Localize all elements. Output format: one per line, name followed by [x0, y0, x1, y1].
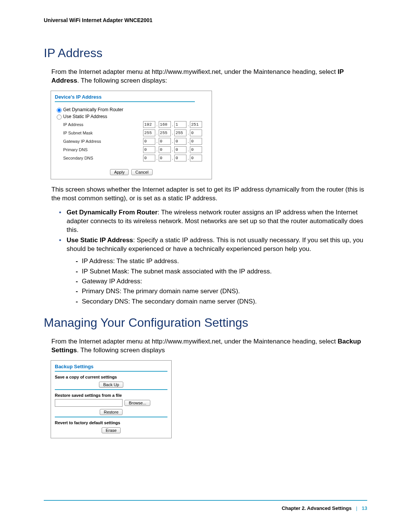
ip-row: Gateway IP Address0.0.0.0 [63, 138, 208, 145]
dot: . [186, 156, 190, 160]
ip-intro-a: From the Internet adapter menu at http:/… [51, 68, 338, 75]
footer-sep: | [353, 505, 360, 511]
restore-label: Restore saved settings from a file [55, 393, 167, 398]
save-label: Save a copy of current settings [55, 375, 167, 379]
backup-button[interactable]: Back Up [99, 382, 123, 388]
dot: . [171, 131, 174, 135]
dot: . [171, 156, 174, 160]
bk-intro-a: From the Internet adapter menu at http:/… [51, 338, 338, 345]
ip-row-label: Secondary DNS [63, 156, 143, 160]
ip-row-label: Gateway IP Address [63, 139, 143, 144]
ip-intro: From the Internet adapter menu at http:/… [51, 68, 367, 85]
apply-button[interactable]: Apply [110, 169, 129, 175]
heading-ip-address: IP Address [44, 46, 367, 60]
bullet-list: Get Dynamically From Router: The wireles… [44, 208, 367, 307]
bullet-dynamic-lead: Get Dynamically From Router [67, 209, 158, 216]
bullet-static: Use Static IP Address: Specify a static … [59, 236, 367, 307]
footer-chapter: Chapter 2. Advanced Settings [282, 505, 352, 511]
ip-octet[interactable]: 0 [143, 146, 155, 153]
ip-octet[interactable]: 255 [159, 129, 171, 136]
dash-list: IP Address: The static IP address.IP Sub… [67, 256, 367, 307]
revert-label: Revert to factory default settings [55, 420, 167, 425]
ip-octet[interactable]: 255 [143, 129, 155, 136]
ip-octet[interactable]: 0 [190, 129, 202, 136]
ip-octet[interactable]: 1 [174, 121, 186, 128]
ip-octet[interactable]: 168 [159, 121, 171, 128]
dot: . [186, 122, 190, 127]
ip-row: IP Address192.168.1.251 [63, 121, 208, 128]
ip-octet[interactable]: 0 [143, 138, 155, 145]
running-header: Universal WiFi Internet Adapter WNCE2001 [44, 17, 367, 23]
ip-octet[interactable]: 0 [174, 155, 186, 161]
backup-title: Backup Settings [55, 364, 167, 369]
ip-octet[interactable]: 255 [174, 129, 186, 136]
ip-octet[interactable]: 0 [190, 155, 202, 161]
dot: . [171, 139, 174, 144]
backup-panel: Backup Settings Save a copy of current s… [51, 360, 172, 438]
footer-rule [44, 500, 367, 501]
dot: . [155, 139, 159, 144]
dot: . [186, 139, 190, 144]
restore-file-input[interactable] [55, 399, 123, 407]
ip-octet[interactable]: 0 [159, 138, 171, 145]
ip-octet[interactable]: 0 [174, 138, 186, 145]
ip-row-label: IP Subnet Mask [63, 131, 143, 135]
panel-divider [55, 101, 195, 102]
bullet-dynamic: Get Dynamically From Router: The wireles… [59, 208, 367, 235]
restore-button[interactable]: Restore [100, 409, 123, 415]
dash-item: Secondary DNS: The secondary domain name… [76, 297, 367, 307]
ip-intro-c: . The following screen displays: [77, 77, 167, 84]
dot: . [171, 122, 174, 127]
radio-static-input[interactable] [57, 115, 62, 120]
device-ip-panel: Device's IP Address Get Dynamically From… [51, 91, 212, 179]
ip-row-label: Primary DNS [63, 147, 143, 152]
device-ip-title: Device's IP Address [55, 94, 208, 100]
dash-item: IP Subnet Mask: The subnet mask associat… [76, 267, 367, 276]
dot: . [155, 131, 159, 135]
dash-item: Primary DNS: The primary domain name ser… [76, 286, 367, 296]
ip-octet[interactable]: 0 [143, 155, 155, 161]
backup-divider-1 [55, 389, 167, 390]
backup-divider-2 [55, 417, 167, 417]
cancel-button[interactable]: Cancel [131, 169, 153, 175]
dot: . [155, 122, 159, 127]
dash-item: Gateway IP Address: [76, 276, 367, 286]
dot: . [171, 147, 174, 152]
backup-divider-top [55, 371, 167, 372]
bullet-static-lead: Use Static IP Address [67, 236, 133, 244]
ip-octet[interactable]: 0 [190, 146, 202, 153]
ip-octet[interactable]: 0 [159, 155, 171, 161]
browse-button[interactable]: Browse... [124, 400, 150, 406]
ip-octet[interactable]: 251 [190, 121, 202, 128]
bk-intro-c: . The following screen displays [77, 347, 165, 354]
radio-dynamic-label: Get Dynamically From Router [63, 107, 123, 112]
bk-intro: From the Internet adapter menu at http:/… [51, 337, 367, 355]
radio-static-label: Use Static IP Address [63, 114, 107, 119]
after-panel-text: This screen shows whether the Internet a… [51, 185, 367, 203]
dot: . [186, 131, 190, 135]
ip-row: Primary DNS0.0.0.0 [63, 146, 208, 153]
ip-octet[interactable]: 0 [190, 138, 202, 145]
heading-managing: Managing Your Configuration Settings [44, 316, 367, 330]
ip-octet[interactable]: 0 [159, 146, 171, 153]
ip-row: Secondary DNS0.0.0.0 [63, 155, 208, 161]
dot: . [155, 156, 159, 160]
ip-fields: IP Address192.168.1.251IP Subnet Mask255… [55, 121, 208, 161]
footer-page: 13 [362, 505, 367, 511]
ip-octet[interactable]: 0 [174, 146, 186, 153]
dot: . [155, 147, 159, 152]
dot: . [186, 147, 190, 152]
radio-dynamic[interactable]: Get Dynamically From Router [55, 107, 208, 113]
radio-dynamic-input[interactable] [57, 108, 62, 113]
dash-item: IP Address: The static IP address. [76, 256, 367, 266]
ip-row-label: IP Address [63, 122, 143, 127]
ip-row: IP Subnet Mask255.255.255.0 [63, 129, 208, 136]
footer: Chapter 2. Advanced Settings | 13 [282, 505, 367, 511]
ip-octet[interactable]: 192 [143, 121, 155, 128]
radio-static[interactable]: Use Static IP Address [55, 113, 208, 120]
erase-button[interactable]: Erase [102, 427, 121, 433]
